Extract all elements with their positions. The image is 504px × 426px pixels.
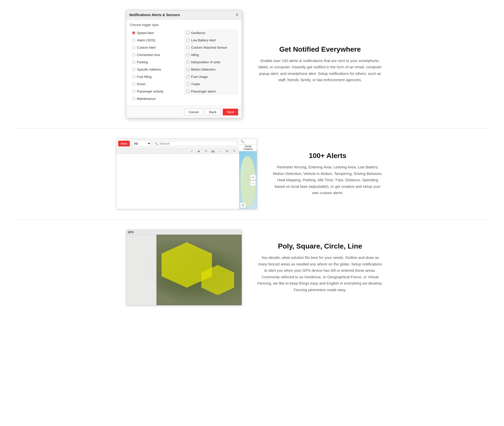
option-label: Alarm (SOS) [137, 38, 155, 42]
trigger-option[interactable]: Passenger activity [130, 88, 184, 95]
section2-visual: New All Active Inactive 🔍 ✓ [116, 139, 257, 209]
alerts-toolbar: New All Active Inactive 🔍 [116, 139, 239, 148]
geo-header: GPS [126, 230, 242, 235]
trigger-option[interactable]: Interposition of units [184, 58, 238, 66]
col-device: 🚌 [210, 149, 216, 153]
zoom-controls: + − [250, 174, 256, 186]
radio-icon [132, 39, 135, 42]
trigger-option[interactable]: Specific Address [130, 66, 184, 73]
radio-icon [186, 60, 190, 64]
alerts-panel: New All Active Inactive 🔍 ✓ [116, 139, 257, 209]
map-location-label: Santa Catalina [239, 144, 257, 151]
option-label: Idling [191, 53, 199, 57]
radio-icon [132, 53, 135, 56]
modal-footer: Cancel Back Next [126, 106, 242, 118]
radio-icon [132, 75, 135, 78]
option-label: Driver [137, 82, 146, 86]
option-label: Specific Address [137, 68, 161, 71]
modal-header: Notifications Alerts & Sensors ✕ [126, 10, 242, 19]
trigger-option[interactable]: Passenger alarm [184, 88, 238, 95]
section-geofence: Poly, Square, Circle, Line You decide, w… [101, 220, 403, 316]
option-label: Interposition of units [191, 60, 220, 64]
col-num1: ■ [196, 150, 202, 153]
map-area: + − ☰ [239, 151, 257, 209]
option-label: Fuel filling [137, 75, 152, 79]
trigger-option[interactable]: Motion Detection [184, 66, 238, 73]
trigger-option[interactable]: Connection loss [130, 51, 184, 58]
zoom-out-button[interactable]: − [250, 180, 256, 186]
geo-sidebar [126, 235, 156, 305]
section3-body: You decide, what solution fits best for … [257, 254, 383, 293]
section-notifications: Get Notified Everywhere Enable over 100 … [101, 0, 403, 128]
geo-map-body [126, 235, 242, 305]
trigger-option[interactable]: Parking [130, 58, 184, 66]
modal-title: Notifications Alerts & Sensors [129, 13, 180, 17]
modal-body: Choose trigger type: Speed AlertGeofence… [126, 19, 242, 106]
alerts-rows-container [116, 154, 239, 209]
radio-icon [186, 90, 190, 93]
option-label: Connection loss [137, 53, 160, 57]
option-label: Passenger alarm [191, 89, 216, 93]
radio-icon [132, 31, 135, 35]
option-label: Parking [137, 60, 148, 64]
trigger-option[interactable]: Idling [184, 51, 238, 58]
geofence-map: GPS [126, 230, 242, 306]
radio-icon [132, 68, 135, 71]
option-label: Trailer [191, 82, 200, 86]
trigger-option[interactable]: Fuel Usage [184, 73, 238, 80]
zoom-in-button[interactable]: + [250, 174, 256, 180]
section2-body: Perimeter fencing, Entering Area, Leavin… [272, 164, 383, 196]
next-button[interactable]: Next [223, 109, 238, 115]
section2-title: 100+ Alerts [272, 152, 383, 160]
trigger-option[interactable]: Custom Alert [130, 44, 184, 51]
radio-icon [186, 31, 190, 35]
col-num2: ~ [217, 150, 223, 153]
new-alert-button[interactable]: New [118, 141, 130, 146]
radio-icon [186, 82, 190, 86]
section1-visual: Notifications Alerts & Sensors ✕ Choose … [116, 10, 242, 118]
option-label: Low Battery Alert [191, 38, 216, 42]
col-delete: ✕ [231, 149, 237, 153]
option-label: Motion Detection [191, 68, 216, 71]
option-label: Custom Alert [137, 46, 155, 49]
option-label: Fuel Usage [191, 75, 208, 79]
radio-icon [186, 68, 190, 71]
trigger-option[interactable]: Low Battery Alert [184, 37, 238, 44]
map-list-icon[interactable]: ☰ [240, 202, 246, 208]
radio-icon [132, 90, 135, 93]
trigger-option[interactable]: Trailer [184, 80, 238, 88]
alerts-column-headers: ✓ ■ ↻ 🚌 ~ ⧉ ✕ [116, 148, 239, 154]
trigger-option[interactable]: Alarm (SOS) [130, 37, 184, 44]
back-button[interactable]: Back [205, 109, 221, 115]
trigger-options-grid: Speed AlertGeofenceAlarm (SOS)Low Batter… [130, 29, 238, 102]
col-refresh: ↻ [203, 149, 209, 153]
geo-logo: GPS [128, 231, 134, 234]
search-box: 🔍 [153, 141, 237, 146]
filter-select[interactable]: All Active Inactive [131, 140, 151, 147]
trigger-label: Choose trigger type: [130, 23, 238, 27]
radio-icon [186, 39, 190, 42]
option-label: Custom Attached Sensor [191, 46, 227, 49]
section3-text: Poly, Square, Circle, Line You decide, w… [252, 237, 388, 298]
trigger-option[interactable]: Geofence [184, 29, 238, 37]
section-alerts: New All Active Inactive 🔍 ✓ [101, 129, 403, 219]
search-input[interactable] [159, 142, 235, 145]
radio-icon [186, 75, 190, 78]
section3-title: Poly, Square, Circle, Line [257, 242, 383, 250]
radio-icon [186, 46, 190, 49]
trigger-option[interactable]: Fuel filling [130, 73, 184, 80]
cancel-button[interactable]: Cancel [184, 109, 203, 115]
trigger-option[interactable]: Custom Attached Sensor [184, 44, 238, 51]
trigger-option[interactable]: Speed Alert [130, 29, 184, 37]
radio-icon [132, 60, 135, 64]
modal-close-icon[interactable]: ✕ [235, 12, 239, 17]
map-search-bar: 🔍 [239, 139, 257, 144]
radio-icon [132, 82, 135, 86]
col-check: ✓ [189, 149, 195, 153]
alerts-list: New All Active Inactive 🔍 ✓ [116, 139, 239, 209]
notifications-modal: Notifications Alerts & Sensors ✕ Choose … [126, 10, 242, 118]
trigger-option[interactable]: Maintenance [130, 95, 184, 102]
search-icon: 🔍 [154, 142, 158, 145]
trigger-option[interactable]: Driver [130, 80, 184, 88]
option-label: Speed Alert [137, 31, 154, 35]
